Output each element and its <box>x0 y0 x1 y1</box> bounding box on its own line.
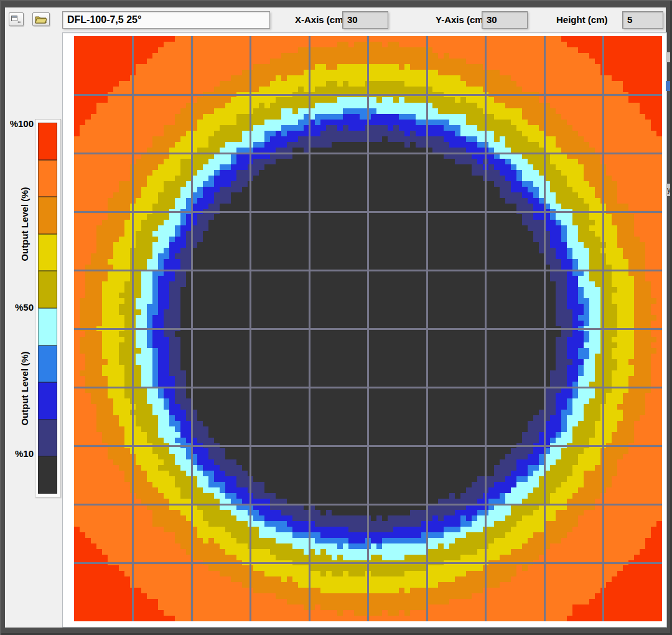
legend-swatch <box>38 234 57 271</box>
legend-swatch <box>38 346 57 383</box>
intensity-map <box>74 36 662 621</box>
y-axis-value[interactable]: 30 <box>482 11 528 29</box>
legend-swatch <box>38 382 57 420</box>
height-value[interactable]: 5 <box>622 11 663 29</box>
legend-tick-100: %100 <box>5 118 34 129</box>
legend-swatch <box>38 123 57 160</box>
background-window-edge <box>666 52 672 62</box>
legend-swatches <box>38 123 57 494</box>
legend-swatch <box>38 271 57 308</box>
app-panel: DFL-100-7,5 25° X-Axis (cm) 30 Y-Axis (c… <box>5 7 666 628</box>
legend-swatch <box>38 420 57 457</box>
background-window-tab: y <box>666 184 672 196</box>
legend-swatch <box>38 308 57 346</box>
legend-axis-label-upper: Output Level (%) <box>19 187 30 261</box>
plot-panel <box>62 32 667 628</box>
legend-backing <box>35 119 61 497</box>
legend-swatch <box>38 456 57 494</box>
device-name-display[interactable]: DFL-100-7,5 25° <box>62 11 270 29</box>
device-name-text: DFL-100-7,5 25° <box>67 14 141 25</box>
open-file-button[interactable] <box>32 12 50 26</box>
x-axis-label: X-Axis (cm) <box>295 11 347 29</box>
dock-panel-button[interactable] <box>9 12 24 26</box>
legend-tick-10: %10 <box>5 448 34 459</box>
legend-tick-50: %50 <box>5 302 34 313</box>
dock-panel-icon <box>11 14 22 24</box>
legend-axis-label-lower: Output Level (%) <box>19 351 30 425</box>
open-folder-icon <box>35 15 47 24</box>
y-axis-label: Y-Axis (cm) <box>436 11 487 29</box>
legend-swatch <box>38 197 57 234</box>
legend-swatch <box>38 160 57 197</box>
height-label: Height (cm) <box>556 11 608 29</box>
heatmap-canvas <box>74 36 662 621</box>
x-axis-value[interactable]: 30 <box>342 11 388 29</box>
background-window-accent <box>666 81 672 91</box>
background-window-tab-label: y <box>667 186 671 194</box>
